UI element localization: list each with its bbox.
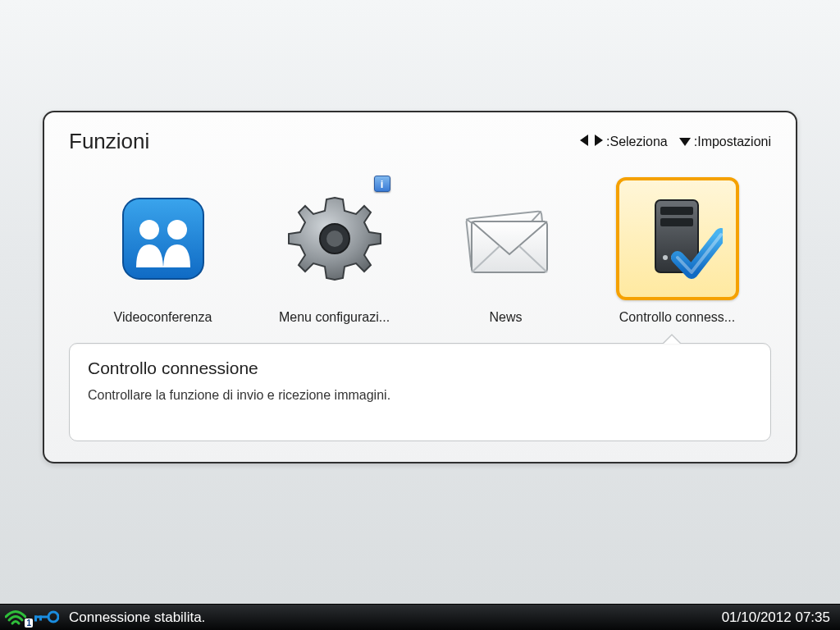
description-box: Controllo connessione Controllare la fun… — [69, 343, 771, 441]
func-config-menu[interactable]: i Menu con — [261, 177, 409, 325]
svg-point-13 — [663, 255, 668, 260]
svg-rect-18 — [39, 616, 42, 621]
panel-header: Funzioni :Seleziona :Impostazioni — [69, 129, 771, 154]
wifi-level-badge: 1 — [25, 619, 33, 628]
description-text: Controllare la funzione di invio e ricez… — [88, 388, 752, 403]
func-label: Videoconferenza — [89, 310, 237, 325]
svg-point-7 — [326, 231, 343, 247]
server-check-icon — [616, 177, 739, 300]
svg-marker-0 — [580, 135, 588, 146]
hint-select-label: :Seleziona — [606, 135, 668, 149]
nav-hints: :Seleziona :Impostazioni — [580, 135, 771, 149]
envelope-icon — [445, 177, 568, 300]
status-text: Connessione stabilita. — [69, 609, 205, 626]
svg-rect-17 — [34, 616, 37, 622]
arrow-down-icon — [679, 135, 691, 149]
func-label: Controllo conness... — [604, 310, 751, 325]
hint-settings-label: :Impostazioni — [694, 135, 771, 149]
videoconference-icon — [102, 177, 225, 300]
description-title: Controllo connessione — [88, 358, 752, 378]
func-videoconference[interactable]: Videoconferenza — [89, 177, 237, 325]
func-connection-check[interactable]: Controllo conness... — [604, 177, 751, 325]
func-news[interactable]: News — [432, 177, 580, 325]
functions-panel: Funzioni :Seleziona :Impostazioni — [43, 111, 797, 463]
arrow-right-icon — [593, 135, 603, 149]
functions-row: Videoconferenza i — [69, 177, 771, 325]
svg-rect-12 — [660, 218, 693, 226]
svg-marker-2 — [679, 138, 691, 146]
gear-icon — [273, 177, 396, 300]
func-label: News — [432, 310, 580, 325]
svg-point-5 — [167, 220, 187, 240]
arrow-left-icon — [580, 135, 590, 149]
svg-rect-9 — [472, 221, 547, 272]
svg-rect-3 — [123, 199, 203, 279]
key-icon — [34, 609, 59, 628]
svg-point-4 — [139, 220, 159, 240]
func-label: Menu configurazi... — [261, 310, 409, 325]
status-datetime: 01/10/2012 07:35 — [722, 609, 830, 625]
status-bar: 1 Connessione stabilita. 01/10/2012 07:3… — [0, 604, 840, 630]
wifi-icon: 1 — [5, 609, 28, 626]
svg-rect-11 — [660, 207, 693, 215]
panel-title: Funzioni — [69, 129, 149, 154]
svg-marker-1 — [595, 135, 603, 146]
svg-point-15 — [48, 612, 58, 622]
